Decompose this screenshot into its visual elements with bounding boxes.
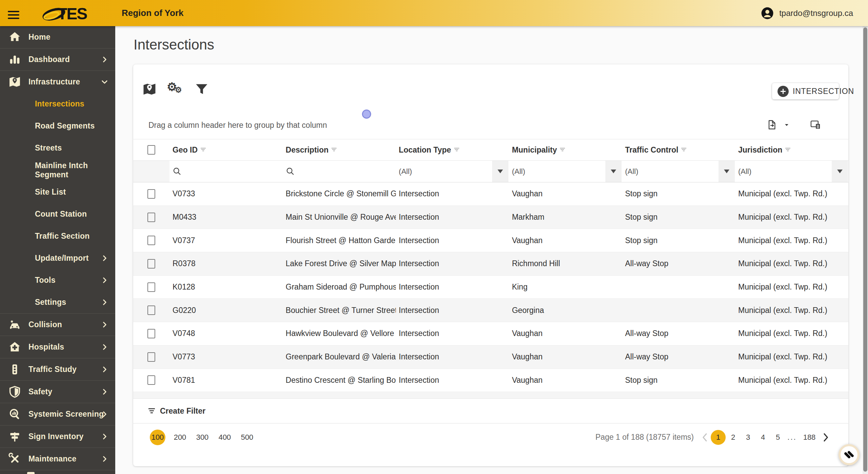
table-row[interactable]: V0748 Hawkview Boulevard @ Vellore ... I…: [133, 322, 848, 345]
floating-assistant-button[interactable]: [839, 444, 860, 465]
table-row[interactable]: V0737 Flourish Street @ Hatton Garde... …: [133, 229, 848, 252]
sidebar-item-home[interactable]: Home: [0, 26, 115, 48]
column-filter-icon[interactable]: [331, 148, 337, 152]
dropdown-arrow-button[interactable]: [492, 161, 508, 182]
page-number[interactable]: 2: [726, 430, 741, 445]
location-type-filter-dropdown[interactable]: (All): [396, 161, 509, 182]
table-row[interactable]: V0733 Brickstone Circle @ Stonemill G...…: [133, 182, 848, 206]
caret-down-icon: [837, 170, 843, 173]
sidebar-item-tools[interactable]: Tools: [0, 269, 115, 291]
column-header-municipality[interactable]: Municipality: [509, 145, 622, 155]
row-checkbox[interactable]: [147, 236, 155, 245]
dropdown-arrow-button[interactable]: [605, 161, 622, 182]
row-checkbox[interactable]: [147, 213, 155, 222]
dropdown-arrow-button[interactable]: [832, 161, 848, 182]
sidebar-item-collision[interactable]: Collision: [0, 314, 115, 336]
column-header-description[interactable]: Description: [283, 145, 396, 155]
row-checkbox[interactable]: [147, 352, 155, 362]
row-checkbox[interactable]: [147, 305, 155, 315]
description-filter-input[interactable]: [283, 161, 396, 182]
previous-page-icon[interactable]: [699, 430, 711, 445]
row-checkbox[interactable]: [147, 259, 155, 269]
sidebar-item-hospitals[interactable]: Hospitals: [0, 336, 115, 358]
page-size-option[interactable]: 300: [195, 430, 210, 445]
select-all-checkbox[interactable]: [147, 145, 155, 155]
cell-traffic-control: All-way Stop: [622, 329, 735, 338]
table-row[interactable]: R0378 Lake Forest Drive @ Silver Mapl...…: [133, 252, 848, 276]
jurisdiction-filter-dropdown[interactable]: (All): [735, 161, 848, 182]
page-size-option[interactable]: 400: [217, 430, 233, 445]
group-by-bar[interactable]: Drag a column header here to group by th…: [133, 112, 848, 139]
sidebar-item-traffic-section[interactable]: Traffic Section: [0, 225, 115, 247]
export-dropdown-caret-icon[interactable]: [783, 121, 790, 128]
table-filter-row: (All) (All) (All) (All): [133, 161, 848, 182]
row-checkbox[interactable]: [147, 329, 155, 338]
sidebar-item-traffic-study[interactable]: Traffic Study: [0, 358, 115, 380]
page-size-option[interactable]: 100: [150, 430, 165, 445]
settings-gears-icon[interactable]: ⚙⚙: [167, 82, 184, 96]
page-number[interactable]: 5: [770, 430, 785, 445]
table-row[interactable]: G0220 Bouchier Street @ Turner Street In…: [133, 299, 848, 322]
sidebar-item-infrastructure[interactable]: Infrastructure: [0, 71, 115, 93]
page-number[interactable]: 4: [755, 430, 770, 445]
page-size-option[interactable]: 200: [172, 430, 188, 445]
user-avatar-icon[interactable]: [761, 7, 774, 20]
sidebar-item-label: Dashboard: [28, 55, 70, 64]
sidebar-item-settings[interactable]: Settings: [0, 291, 115, 313]
next-page-icon[interactable]: [820, 430, 831, 445]
column-header-geo-id[interactable]: Geo ID: [169, 145, 283, 155]
create-filter-button[interactable]: Create Filter: [133, 399, 848, 423]
sidebar-item-label: Hospitals: [28, 342, 64, 352]
column-filter-icon[interactable]: [454, 148, 459, 152]
dropdown-arrow-button[interactable]: [719, 161, 735, 182]
column-header-jurisdiction[interactable]: Jurisdiction: [735, 145, 848, 155]
user-email[interactable]: tpardo@tnsgroup.ca: [779, 8, 853, 18]
hamburger-menu-icon[interactable]: [8, 9, 19, 18]
sidebar-item-intersections[interactable]: Intersections: [0, 93, 115, 115]
municipality-filter-dropdown[interactable]: (All): [509, 161, 622, 182]
column-filter-icon[interactable]: [681, 148, 686, 152]
sidebar-item-streets[interactable]: Streets: [0, 137, 115, 159]
column-filter-icon[interactable]: [201, 148, 206, 152]
sidebar-item-site-list[interactable]: Site List: [0, 181, 115, 203]
add-intersection-button[interactable]: INTERSECTION: [772, 83, 839, 99]
sidebar-item-update-import[interactable]: Update/Import: [0, 247, 115, 269]
traffic-control-filter-dropdown[interactable]: (All): [622, 161, 735, 182]
export-icon[interactable]: [766, 119, 777, 130]
page-number[interactable]: 1: [711, 430, 726, 445]
cell-jurisdiction: Municipal (excl. Twp. Rd.): [735, 352, 848, 361]
page-size-option[interactable]: 500: [239, 430, 255, 445]
geo-id-filter-input[interactable]: [169, 161, 283, 182]
column-header-location-type[interactable]: Location Type: [396, 145, 509, 155]
column-filter-icon[interactable]: [785, 148, 790, 152]
sidebar-item-mainline-intch-segment[interactable]: Mainline Intch Segment: [0, 159, 115, 181]
page-number[interactable]: 3: [741, 430, 755, 445]
pager-bar: 100 200 300 400 500 Page 1 of 188 (18757…: [133, 423, 848, 451]
sidebar-item-road-segments[interactable]: Road Segments: [0, 115, 115, 137]
sidebar-item-dashboard[interactable]: Dashboard: [0, 48, 115, 71]
cell-geo-id: R0378: [169, 259, 283, 268]
sidebar-item-systemic-screening[interactable]: Systemic Screening: [0, 403, 115, 425]
filter-funnel-icon[interactable]: [195, 82, 209, 96]
vertical-scrollbar[interactable]: [863, 26, 868, 474]
row-checkbox[interactable]: [147, 282, 155, 292]
column-filter-icon[interactable]: [560, 148, 565, 152]
page-number[interactable]: 188: [799, 430, 820, 445]
table-row[interactable]: V0781 Destino Crescent @ Starling Bo... …: [133, 369, 848, 392]
column-header-traffic-control[interactable]: Traffic Control: [622, 145, 735, 155]
sidebar-item-sign-inventory[interactable]: Sign Inventory: [0, 426, 115, 448]
table-row[interactable]: K0128 Graham Sideroad @ Pumphous... Inte…: [133, 276, 848, 299]
row-checkbox[interactable]: [147, 189, 155, 199]
sidebar-item-safety[interactable]: Safety: [0, 381, 115, 403]
column-chooser-icon[interactable]: [810, 119, 821, 130]
scrollbar-thumb[interactable]: [863, 27, 867, 472]
search-icon: [173, 167, 182, 176]
table-row[interactable]: V0773 Greenpark Boulevard @ Valeria ... …: [133, 345, 848, 369]
map-view-icon[interactable]: [142, 82, 157, 96]
row-checkbox[interactable]: [147, 375, 155, 385]
sidebar-item-maintenance[interactable]: Maintenance: [0, 448, 115, 470]
table-row[interactable]: M0433 Main St Unionville @ Rouge Ave Int…: [133, 206, 848, 229]
top-bar: TES Region of York tpardo@tnsgroup.ca: [0, 0, 868, 26]
page-ellipsis: ...: [785, 430, 799, 445]
sidebar-item-count-station[interactable]: Count Station: [0, 203, 115, 225]
